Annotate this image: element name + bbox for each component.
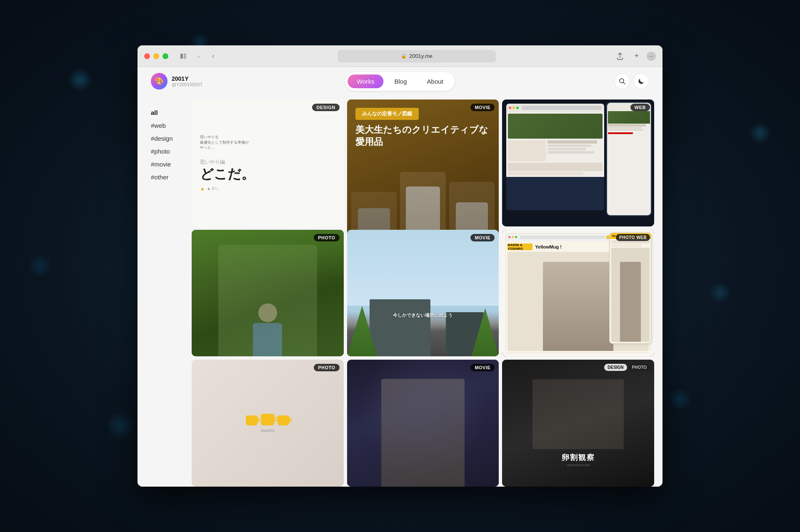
url-text: 2001y.me — [409, 53, 432, 59]
sidebar-item-other[interactable]: #other — [151, 172, 181, 182]
product-display — [197, 414, 339, 425]
minimize-button[interactable] — [153, 53, 159, 59]
work-card-movie2[interactable]: 今しかできない場所に出よう MOVIE — [347, 230, 499, 357]
nav-blog[interactable]: Blog — [385, 75, 416, 88]
sidebar: all #web #design #photo #movie #other — [138, 95, 188, 487]
header-right — [614, 73, 649, 89]
movie-title: 美大生たちのクリエイティブな愛用品 — [347, 124, 499, 148]
svg-rect-3 — [184, 57, 186, 59]
close-button[interactable] — [144, 53, 150, 59]
design-photo-inner: DESIGN PHOTO 卵割観察 OBSERVATION — [502, 360, 654, 487]
design-footer-text: ▲ d r... — [207, 186, 220, 191]
nav-works[interactable]: Works — [348, 75, 383, 88]
site-handle: @Y20010920T — [172, 82, 202, 87]
avatar[interactable]: 🎨 — [151, 73, 168, 89]
design-photo-subtitle: OBSERVATION — [562, 463, 595, 467]
yellowmug-title: YellowMug ! — [535, 244, 562, 249]
svg-line-5 — [623, 82, 625, 84]
share-button[interactable] — [613, 50, 627, 62]
sidebar-toggle-button[interactable] — [177, 50, 190, 62]
movie-badge: みんなの定番モノ図鑑 — [355, 108, 419, 120]
design-photo-tags: DESIGN PHOTO — [604, 364, 650, 371]
work-card-web1[interactable]: WEB — [502, 99, 654, 226]
address-bar-container: 🔒 2001y.me — [225, 50, 608, 62]
design-photo-title-area: 卵割観察 OBSERVATION — [562, 452, 595, 467]
work-card-photo1[interactable]: PHOTO — [192, 230, 344, 357]
design-main-text: 思いやり編 どこだ。 — [200, 159, 335, 181]
svg-rect-1 — [184, 54, 186, 55]
search-icon — [619, 78, 625, 85]
sidebar-item-photo[interactable]: #photo — [151, 147, 181, 156]
sidebar-item-web[interactable]: #web — [151, 121, 181, 130]
photo2-tag: PHOTO — [314, 364, 339, 371]
sidebar-icon — [180, 54, 186, 59]
sidebar-item-design[interactable]: #design — [151, 134, 181, 143]
sidebar-item-all[interactable]: all — [151, 108, 181, 117]
design-card-inner: 思いやりを最優先として制作する準備がやっと... 思いやり編 どこだ。 ▲ ▲ … — [192, 99, 344, 226]
new-tab-button[interactable]: + — [630, 50, 643, 62]
yellowmug-mobile: YM — [609, 232, 652, 344]
page-content: 🎨 2001Y @Y20010920T Works Blog About — [138, 67, 662, 487]
svg-rect-0 — [180, 54, 183, 59]
movie3-overlay — [347, 360, 499, 487]
works-grid: 思いやりを最優先として制作する準備がやっと... 思いやり編 どこだ。 ▲ ▲ … — [188, 95, 662, 487]
moon-icon — [638, 78, 645, 85]
movie2-inner: 今しかできない場所に出よう — [347, 230, 499, 357]
work-card-photo2[interactable]: PHOTO PHOTO — [192, 360, 344, 487]
nav-about[interactable]: About — [418, 75, 452, 88]
share-icon — [617, 52, 623, 60]
web-mobile-preview — [606, 102, 652, 216]
design-footer: ▲ ▲ d r... — [200, 186, 335, 191]
photo2-label: PHOTO — [261, 429, 274, 433]
sidebar-item-movie[interactable]: #movie — [151, 159, 181, 169]
photo1-inner — [192, 230, 344, 357]
web-card-inner — [502, 99, 654, 226]
photo1-tag: PHOTO — [314, 234, 339, 241]
maximize-button[interactable] — [162, 53, 168, 59]
traffic-lights — [144, 53, 168, 59]
design-small-text: 思いやりを最優先として制作する準備がやっと... — [200, 134, 335, 150]
svg-rect-2 — [184, 55, 186, 57]
movie1-tag: MOVIE — [470, 104, 495, 111]
movie3-inner — [347, 360, 499, 487]
back-button[interactable]: ‹ — [207, 50, 220, 62]
design-tag: DESIGN — [312, 104, 339, 111]
address-bar[interactable]: 🔒 2001y.me — [338, 50, 496, 62]
web-screenshot-main — [506, 104, 604, 210]
site-username: 2001Y — [172, 75, 202, 82]
design-photo-title: 卵割観察 — [562, 452, 595, 462]
movie2-tag: MOVIE — [470, 234, 495, 241]
work-card-design-photo[interactable]: DESIGN PHOTO 卵割観察 OBSERVATION — [502, 360, 654, 487]
photo2-inner: PHOTO — [192, 360, 344, 487]
work-card-design[interactable]: 思いやりを最優先として制作する準備がやっと... 思いやり編 どこだ。 ▲ ▲ … — [192, 99, 344, 226]
site-title-area: 2001Y @Y20010920T — [172, 75, 202, 87]
web1-tag: WEB — [630, 104, 650, 111]
title-bar: ⌄ ‹ 🔒 2001y.me + ··· — [138, 45, 662, 67]
logo-area: 🎨 2001Y @Y20010920T — [151, 73, 202, 89]
design-subtitle: 思いやり編 — [200, 159, 335, 166]
lock-icon: 🔒 — [401, 53, 407, 59]
design-bold-text: どこだ。 — [200, 167, 335, 181]
dots-label: ··· — [649, 53, 654, 59]
design-photo-content: 卵割観察 OBSERVATION — [502, 360, 654, 487]
movie3-tag: MOVIE — [470, 364, 495, 371]
toolbar-buttons: ⌄ ‹ — [177, 50, 220, 62]
site-header: 🎨 2001Y @Y20010920T Works Blog About — [138, 67, 662, 95]
dark-mode-button[interactable] — [633, 73, 649, 89]
chevron-down-button[interactable]: ⌄ — [192, 50, 205, 62]
yellowmug-tag: PHOTO WEB — [616, 234, 650, 241]
site-nav: Works Blog About — [345, 72, 455, 91]
avatar-emoji: 🎨 — [155, 77, 164, 86]
browser-window: ⌄ ‹ 🔒 2001y.me + ··· — [138, 45, 662, 487]
more-options-button[interactable]: ··· — [647, 52, 656, 61]
work-card-yellowmug[interactable]: MARIM & YOSHIRO YellowMug ! — [502, 230, 654, 357]
main-area: all #web #design #photo #movie #other 思い… — [138, 95, 662, 487]
search-button[interactable] — [614, 73, 630, 89]
movie2-caption: 今しかできない場所に出よう — [393, 312, 452, 318]
toolbar-right: + ··· — [613, 50, 656, 62]
yellowmug-inner: MARIM & YOSHIRO YellowMug ! — [502, 230, 654, 357]
movie2-text-overlay: 今しかできない場所に出よう — [393, 312, 452, 318]
work-card-movie3[interactable]: MOVIE — [347, 360, 499, 487]
